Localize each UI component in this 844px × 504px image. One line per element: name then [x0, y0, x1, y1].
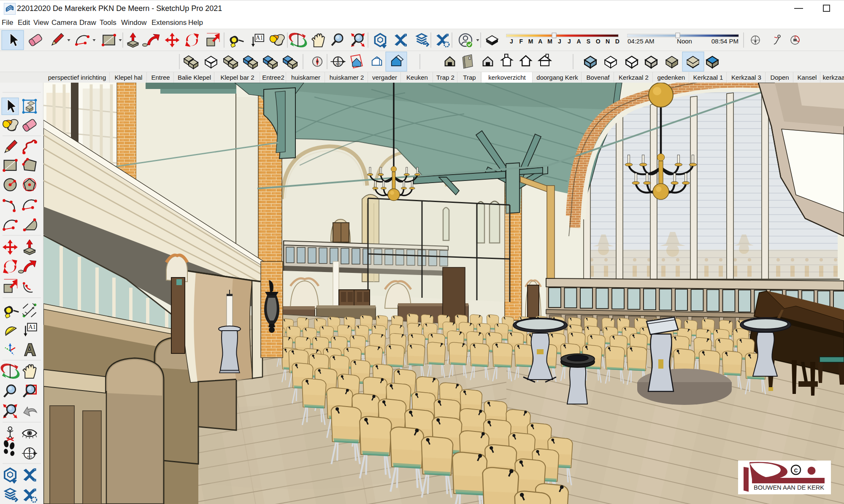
svg-text:C: C — [28, 448, 31, 453]
svg-text:O: O — [596, 38, 601, 45]
svg-text:J: J — [568, 38, 571, 45]
svg-text:04:25 AM: 04:25 AM — [628, 38, 654, 45]
svg-text:F: F — [519, 38, 523, 45]
svg-text:M: M — [528, 38, 533, 45]
svg-text:A-S: A-S — [335, 62, 341, 65]
svg-text:A1: A1 — [256, 35, 263, 41]
svg-text:J: J — [558, 38, 561, 45]
svg-text:08:54 PM: 08:54 PM — [711, 38, 738, 45]
svg-text:A1: A1 — [28, 323, 36, 330]
svg-text:J: J — [510, 38, 513, 45]
svg-text:BOUWEN AAN DE KERK: BOUWEN AAN DE KERK — [754, 484, 825, 491]
svg-text:N: N — [606, 38, 610, 45]
svg-text:Noon: Noon — [677, 38, 692, 45]
svg-text:A-S: A-S — [27, 455, 32, 458]
svg-text:A: A — [538, 38, 542, 45]
svg-text:S: S — [587, 38, 590, 45]
svg-text:M: M — [547, 38, 552, 45]
svg-text:A: A — [577, 38, 581, 45]
svg-text:D: D — [615, 38, 619, 45]
svg-text:C: C — [337, 58, 339, 62]
svg-text:C: C — [794, 468, 798, 474]
